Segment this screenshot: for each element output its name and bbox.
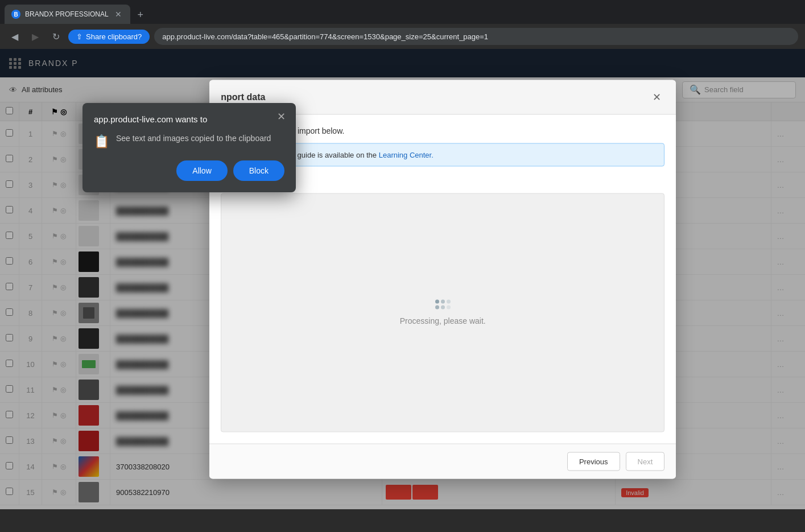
app-area: BRANDX P 👁 All attributes 🔍 Search field… — [0, 49, 805, 509]
next-button[interactable]: Next — [626, 452, 665, 471]
url-text: app.product-live.com/data?table=465&part… — [162, 32, 488, 41]
clipboard-description: See text and images copied to the clipbo… — [116, 133, 271, 145]
learning-center-link[interactable]: Learning Center. — [379, 150, 434, 159]
previous-button[interactable]: Previous — [567, 452, 620, 471]
clipboard-dialog: app.product-live.com wants to ✕ 📋 See te… — [82, 103, 296, 192]
tab-favicon: B — [11, 10, 20, 19]
address-bar: ◀ ▶ ↻ ⇧ Share clipboard? app.product-liv… — [0, 24, 805, 49]
tab-close-button[interactable]: ✕ — [113, 9, 123, 19]
spinner — [435, 300, 451, 310]
modal-footer: Previous Next — [209, 443, 676, 479]
processing-area: Processing, please wait. — [221, 193, 664, 432]
import-modal-title: nport data — [221, 92, 265, 102]
forward-button[interactable]: ▶ — [27, 28, 43, 44]
clipboard-close-button[interactable]: ✕ — [274, 110, 288, 123]
import-modal-close-button[interactable]: ✕ — [649, 89, 664, 105]
new-tab-button[interactable]: + — [133, 7, 148, 23]
tab-title: BRANDX PROFESSIONAL — [25, 10, 109, 18]
reload-button[interactable]: ↻ — [48, 28, 64, 44]
clipboard-icon: 📋 — [94, 134, 109, 149]
browser-chrome: B BRANDX PROFESSIONAL ✕ + — [0, 0, 805, 24]
share-icon: ⇧ — [76, 32, 82, 41]
clipboard-title: app.product-live.com wants to — [94, 114, 284, 124]
clipboard-buttons: Allow Block — [94, 160, 284, 181]
block-button[interactable]: Block — [233, 160, 284, 181]
url-bar[interactable]: app.product-live.com/data?table=465&part… — [154, 28, 798, 45]
share-clipboard-button[interactable]: ⇧ Share clipboard? — [68, 30, 150, 44]
share-clipboard-label: Share clipboard? — [86, 32, 142, 41]
browser-tab[interactable]: B BRANDX PROFESSIONAL ✕ — [5, 5, 130, 24]
clipboard-content: 📋 See text and images copied to the clip… — [94, 133, 284, 149]
allow-button[interactable]: Allow — [176, 160, 227, 181]
back-button[interactable]: ◀ — [7, 28, 23, 44]
processing-text: Processing, please wait. — [400, 316, 486, 325]
